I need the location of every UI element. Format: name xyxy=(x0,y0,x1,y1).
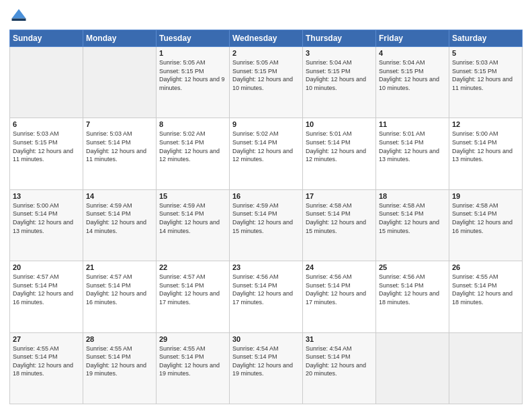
calendar-cell: 31Sunrise: 4:54 AM Sunset: 5:14 PM Dayli… xyxy=(303,332,376,404)
day-number: 31 xyxy=(306,335,373,343)
day-info: Sunrise: 4:59 AM Sunset: 5:14 PM Dayligh… xyxy=(232,201,300,235)
day-info: Sunrise: 4:56 AM Sunset: 5:14 PM Dayligh… xyxy=(306,273,373,306)
day-number: 22 xyxy=(159,263,226,271)
calendar-cell: 26Sunrise: 4:55 AM Sunset: 5:14 PM Dayli… xyxy=(449,261,523,332)
day-info: Sunrise: 5:02 AM Sunset: 5:14 PM Dayligh… xyxy=(159,130,226,163)
day-info: Sunrise: 5:01 AM Sunset: 5:14 PM Dayligh… xyxy=(306,130,373,163)
calendar-cell: 25Sunrise: 4:56 AM Sunset: 5:14 PM Dayli… xyxy=(376,261,449,332)
day-number: 3 xyxy=(306,49,373,57)
weekday-header-wednesday: Wednesday xyxy=(230,30,303,47)
svg-rect-1 xyxy=(12,19,26,21)
calendar-cell: 12Sunrise: 5:00 AM Sunset: 5:14 PM Dayli… xyxy=(449,118,523,189)
day-info: Sunrise: 5:02 AM Sunset: 5:14 PM Dayligh… xyxy=(232,130,300,163)
day-info: Sunrise: 5:00 AM Sunset: 5:14 PM Dayligh… xyxy=(452,130,519,163)
day-info: Sunrise: 4:54 AM Sunset: 5:14 PM Dayligh… xyxy=(306,345,373,378)
day-info: Sunrise: 5:05 AM Sunset: 5:15 PM Dayligh… xyxy=(159,58,226,92)
calendar-cell: 16Sunrise: 4:59 AM Sunset: 5:14 PM Dayli… xyxy=(230,189,303,261)
day-number: 12 xyxy=(452,120,519,128)
day-number: 20 xyxy=(13,263,80,271)
day-number: 2 xyxy=(232,49,300,57)
day-number: 23 xyxy=(232,263,300,271)
day-info: Sunrise: 5:03 AM Sunset: 5:15 PM Dayligh… xyxy=(13,130,80,163)
calendar-cell: 19Sunrise: 4:58 AM Sunset: 5:14 PM Dayli… xyxy=(449,189,523,261)
week-row-1: 1Sunrise: 5:05 AM Sunset: 5:15 PM Daylig… xyxy=(10,47,523,118)
day-info: Sunrise: 4:55 AM Sunset: 5:14 PM Dayligh… xyxy=(13,345,80,378)
logo-icon xyxy=(9,7,28,26)
calendar-cell: 10Sunrise: 5:01 AM Sunset: 5:14 PM Dayli… xyxy=(303,118,376,189)
calendar-cell: 28Sunrise: 4:55 AM Sunset: 5:14 PM Dayli… xyxy=(83,332,157,404)
calendar-cell: 21Sunrise: 4:57 AM Sunset: 5:14 PM Dayli… xyxy=(83,261,157,332)
calendar-cell xyxy=(83,47,157,118)
day-number: 15 xyxy=(159,192,226,200)
day-info: Sunrise: 4:55 AM Sunset: 5:14 PM Dayligh… xyxy=(86,345,153,378)
calendar-cell: 5Sunrise: 5:03 AM Sunset: 5:15 PM Daylig… xyxy=(449,47,523,118)
day-number: 26 xyxy=(452,263,519,271)
weekday-header-saturday: Saturday xyxy=(449,30,523,47)
weekday-header-friday: Friday xyxy=(376,30,449,47)
calendar-cell: 6Sunrise: 5:03 AM Sunset: 5:15 PM Daylig… xyxy=(10,118,83,189)
day-number: 13 xyxy=(13,192,80,200)
day-number: 29 xyxy=(159,335,226,343)
svg-marker-0 xyxy=(12,9,26,19)
calendar-cell: 2Sunrise: 5:05 AM Sunset: 5:15 PM Daylig… xyxy=(230,47,303,118)
day-number: 24 xyxy=(306,263,373,271)
calendar-cell: 3Sunrise: 5:04 AM Sunset: 5:15 PM Daylig… xyxy=(303,47,376,118)
header xyxy=(9,7,523,26)
week-row-2: 6Sunrise: 5:03 AM Sunset: 5:15 PM Daylig… xyxy=(10,118,523,189)
day-info: Sunrise: 4:58 AM Sunset: 5:14 PM Dayligh… xyxy=(452,201,519,235)
day-info: Sunrise: 5:03 AM Sunset: 5:15 PM Dayligh… xyxy=(452,58,519,92)
week-row-4: 20Sunrise: 4:57 AM Sunset: 5:14 PM Dayli… xyxy=(10,261,523,332)
calendar-cell: 24Sunrise: 4:56 AM Sunset: 5:14 PM Dayli… xyxy=(303,261,376,332)
calendar-table: SundayMondayTuesdayWednesdayThursdayFrid… xyxy=(9,30,523,404)
day-number: 18 xyxy=(379,192,446,200)
calendar-cell: 1Sunrise: 5:05 AM Sunset: 5:15 PM Daylig… xyxy=(157,47,230,118)
day-info: Sunrise: 4:57 AM Sunset: 5:14 PM Dayligh… xyxy=(86,273,153,306)
day-info: Sunrise: 4:55 AM Sunset: 5:14 PM Dayligh… xyxy=(159,345,226,378)
calendar-cell: 30Sunrise: 4:54 AM Sunset: 5:14 PM Dayli… xyxy=(230,332,303,404)
day-number: 30 xyxy=(232,335,300,343)
day-number: 25 xyxy=(379,263,446,271)
day-info: Sunrise: 5:04 AM Sunset: 5:15 PM Dayligh… xyxy=(306,58,373,92)
day-number: 11 xyxy=(379,120,446,128)
day-info: Sunrise: 4:56 AM Sunset: 5:14 PM Dayligh… xyxy=(232,273,300,306)
logo xyxy=(9,7,30,26)
week-row-3: 13Sunrise: 5:00 AM Sunset: 5:14 PM Dayli… xyxy=(10,189,523,261)
calendar-cell: 4Sunrise: 5:04 AM Sunset: 5:15 PM Daylig… xyxy=(376,47,449,118)
day-number: 4 xyxy=(379,49,446,57)
day-info: Sunrise: 4:59 AM Sunset: 5:14 PM Dayligh… xyxy=(159,201,226,235)
calendar-cell: 14Sunrise: 4:59 AM Sunset: 5:14 PM Dayli… xyxy=(83,189,157,261)
day-info: Sunrise: 4:58 AM Sunset: 5:14 PM Dayligh… xyxy=(379,201,446,235)
day-number: 27 xyxy=(13,335,80,343)
day-info: Sunrise: 4:57 AM Sunset: 5:14 PM Dayligh… xyxy=(159,273,226,306)
day-info: Sunrise: 4:55 AM Sunset: 5:14 PM Dayligh… xyxy=(452,273,519,306)
calendar-cell: 13Sunrise: 5:00 AM Sunset: 5:14 PM Dayli… xyxy=(10,189,83,261)
calendar-cell xyxy=(449,332,523,404)
day-number: 8 xyxy=(159,120,226,128)
day-number: 17 xyxy=(306,192,373,200)
day-info: Sunrise: 4:54 AM Sunset: 5:14 PM Dayligh… xyxy=(232,345,300,378)
weekday-header-sunday: Sunday xyxy=(10,30,83,47)
calendar-cell: 7Sunrise: 5:03 AM Sunset: 5:14 PM Daylig… xyxy=(83,118,157,189)
calendar-cell: 11Sunrise: 5:01 AM Sunset: 5:14 PM Dayli… xyxy=(376,118,449,189)
day-info: Sunrise: 5:03 AM Sunset: 5:14 PM Dayligh… xyxy=(86,130,153,163)
day-number: 16 xyxy=(232,192,300,200)
day-number: 19 xyxy=(452,192,519,200)
calendar-cell: 18Sunrise: 4:58 AM Sunset: 5:14 PM Dayli… xyxy=(376,189,449,261)
day-number: 5 xyxy=(452,49,519,57)
calendar-cell xyxy=(10,47,83,118)
day-info: Sunrise: 4:57 AM Sunset: 5:14 PM Dayligh… xyxy=(13,273,80,306)
day-info: Sunrise: 5:00 AM Sunset: 5:14 PM Dayligh… xyxy=(13,201,80,235)
day-number: 7 xyxy=(86,120,153,128)
day-number: 21 xyxy=(86,263,153,271)
weekday-header-thursday: Thursday xyxy=(303,30,376,47)
day-number: 28 xyxy=(86,335,153,343)
weekday-header-monday: Monday xyxy=(83,30,157,47)
calendar-cell: 29Sunrise: 4:55 AM Sunset: 5:14 PM Dayli… xyxy=(157,332,230,404)
calendar-cell: 8Sunrise: 5:02 AM Sunset: 5:14 PM Daylig… xyxy=(157,118,230,189)
calendar-cell: 17Sunrise: 4:58 AM Sunset: 5:14 PM Dayli… xyxy=(303,189,376,261)
calendar-cell: 15Sunrise: 4:59 AM Sunset: 5:14 PM Dayli… xyxy=(157,189,230,261)
day-number: 1 xyxy=(159,49,226,57)
day-info: Sunrise: 4:56 AM Sunset: 5:14 PM Dayligh… xyxy=(379,273,446,306)
calendar-cell: 27Sunrise: 4:55 AM Sunset: 5:14 PM Dayli… xyxy=(10,332,83,404)
page: SundayMondayTuesdayWednesdayThursdayFrid… xyxy=(0,0,532,411)
